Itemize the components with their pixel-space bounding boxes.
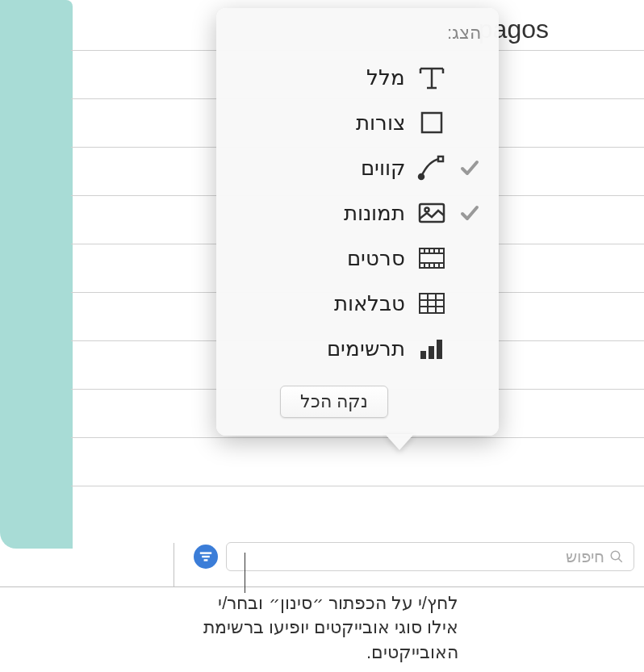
table-icon (416, 289, 447, 318)
svg-point-12 (419, 174, 424, 179)
check-slot (458, 157, 481, 179)
movie-icon (416, 244, 447, 273)
filter-item-charts[interactable]: תרשימים (234, 326, 481, 371)
popover-title: הצג: (234, 23, 481, 44)
clear-all-button[interactable]: נקה הכל (280, 386, 388, 418)
svg-rect-11 (438, 157, 443, 161)
shape-icon (416, 108, 447, 137)
svg-rect-33 (437, 340, 442, 359)
filter-item-tables[interactable]: טבלאות (234, 281, 481, 326)
filter-list: מלל צורות קווים (234, 55, 481, 371)
filter-label: קווים (361, 156, 405, 181)
svg-rect-3 (202, 556, 210, 557)
bottom-divider (0, 586, 644, 587)
popover-arrow (385, 434, 414, 450)
search-placeholder: חיפוש (566, 547, 604, 566)
filter-label: טבלאות (334, 291, 405, 316)
filter-button[interactable] (194, 545, 218, 569)
check-slot (458, 292, 481, 315)
check-slot (458, 111, 481, 134)
annotation-line (245, 553, 245, 593)
line-icon (416, 153, 447, 182)
check-slot (458, 66, 481, 89)
chart-icon (416, 334, 447, 363)
filter-popover: הצג: מלל צורו (216, 8, 499, 436)
side-divider (174, 543, 174, 587)
filter-label: תרשימים (327, 336, 405, 361)
search-icon (609, 549, 624, 564)
image-icon (416, 198, 447, 227)
svg-rect-31 (420, 351, 426, 359)
background-panel (0, 0, 73, 549)
filter-item-shapes[interactable]: צורות (234, 100, 481, 145)
filter-item-lines[interactable]: קווים (234, 145, 481, 190)
filter-item-text[interactable]: מלל (234, 55, 481, 100)
svg-rect-15 (420, 248, 444, 268)
svg-rect-10 (422, 113, 441, 132)
svg-line-1 (618, 558, 622, 562)
check-slot (458, 337, 481, 360)
check-slot (458, 202, 481, 224)
search-bar: חיפוש (194, 542, 634, 571)
svg-rect-32 (429, 346, 434, 359)
svg-rect-4 (204, 559, 208, 561)
svg-rect-26 (420, 294, 444, 313)
filter-label: מלל (366, 65, 405, 90)
filter-item-images[interactable]: תמונות (234, 190, 481, 236)
annotation-text: לחץ/י על הכפתור ״סינון״ ובחר/י אילו סוגי… (184, 591, 458, 666)
svg-rect-2 (200, 552, 211, 553)
filter-label: צורות (356, 111, 405, 136)
filter-icon (199, 551, 212, 562)
svg-point-14 (425, 208, 429, 212)
text-icon (416, 63, 447, 92)
filter-item-movies[interactable]: סרטים (234, 236, 481, 281)
check-slot (458, 247, 481, 269)
filter-label: סרטים (347, 246, 405, 271)
svg-point-0 (611, 551, 620, 560)
search-input[interactable]: חיפוש (226, 542, 634, 571)
filter-label: תמונות (344, 201, 405, 226)
